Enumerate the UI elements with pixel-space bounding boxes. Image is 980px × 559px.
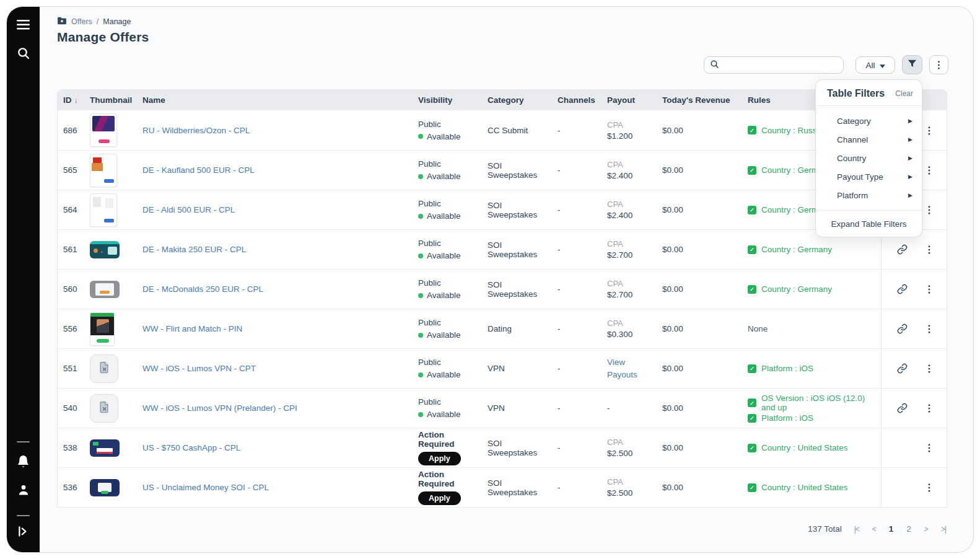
last-page-icon[interactable]: >| — [941, 525, 946, 534]
offer-name-link[interactable]: WW - iOS - Lumos VPN (Prelander) - CPI — [142, 403, 297, 413]
search-icon — [710, 59, 719, 71]
offer-name-link[interactable]: DE - Makita 250 EUR - CPL — [142, 245, 246, 254]
rule-item: ✓Country : United States — [748, 443, 876, 452]
left-sidebar — [7, 7, 40, 552]
rule-checkbox-icon[interactable]: ✓ — [748, 444, 756, 452]
column-header-channels[interactable]: Channels — [558, 95, 607, 105]
offer-id: 565 — [58, 165, 90, 175]
thumbnail-cell — [90, 312, 142, 346]
filter-item-category[interactable]: Category▶ — [816, 112, 922, 130]
row-menu-icon[interactable]: ⋮ — [924, 363, 934, 374]
row-menu-icon[interactable]: ⋮ — [924, 283, 934, 295]
column-header-category[interactable]: Category — [488, 95, 558, 105]
revenue-cell: $0.00 — [662, 443, 748, 452]
rule-checkbox-icon[interactable]: ✓ — [748, 483, 756, 492]
row-menu-icon[interactable]: ⋮ — [924, 204, 934, 216]
next-page-icon[interactable]: > — [924, 525, 928, 534]
table-header-row: ID↓ThumbnailNameVisibilityCategoryChanne… — [58, 90, 947, 110]
visibility-cell: PublicAvailable — [418, 397, 488, 419]
copy-link-icon[interactable] — [896, 284, 908, 295]
rule-checkbox-icon[interactable]: ✓ — [748, 206, 756, 214]
expand-sidebar-icon[interactable] — [7, 525, 40, 538]
filter-item-payout-type[interactable]: Payout Type▶ — [816, 167, 922, 186]
search-bar[interactable] — [704, 56, 844, 74]
offer-name-link[interactable]: RU - Wildberries/Ozon - CPL — [142, 126, 250, 135]
rule-checkbox-icon[interactable]: ✓ — [748, 414, 756, 423]
apply-button[interactable]: Apply — [418, 491, 461, 505]
copy-link-icon[interactable] — [896, 363, 908, 374]
search-input[interactable] — [723, 61, 838, 70]
offer-name-link[interactable]: DE - McDonalds 250 EUR - CPL — [142, 284, 263, 294]
row-actions-cell: ⋮ — [881, 309, 948, 348]
row-menu-icon[interactable]: ⋮ — [924, 164, 934, 176]
row-menu-icon[interactable]: ⋮ — [924, 125, 934, 136]
rule-checkbox-icon[interactable]: ✓ — [748, 126, 756, 134]
apply-button[interactable]: Apply — [418, 452, 461, 465]
rule-checkbox-icon[interactable]: ✓ — [748, 398, 756, 407]
name-cell: DE - Makita 250 EUR - CPL — [142, 245, 418, 254]
table-more-options-button[interactable]: ⋮ — [929, 55, 948, 74]
row-menu-icon[interactable]: ⋮ — [924, 442, 934, 454]
offer-id: 686 — [58, 126, 90, 135]
filter-item-platform[interactable]: Platform▶ — [816, 186, 922, 205]
rule-checkbox-icon[interactable]: ✓ — [748, 166, 756, 175]
main-content: Offers / Manage Manage Offers All ⋮ ID↓T — [40, 7, 973, 552]
column-header-today-s-revenue[interactable]: Today's Revenue — [662, 95, 748, 105]
visibility-label: Public — [418, 120, 483, 129]
view-payouts-link[interactable]: View Payouts — [607, 358, 637, 379]
availability-label: Available — [427, 291, 461, 300]
expand-table-filters-button[interactable]: Expand Table Filters — [816, 211, 922, 237]
rule-checkbox-icon[interactable]: ✓ — [748, 364, 756, 373]
channels-cell: - — [558, 324, 607, 333]
filters-clear-button[interactable]: Clear — [895, 89, 913, 98]
column-header-name[interactable]: Name — [142, 95, 418, 105]
rule-label: Country : Germany — [761, 245, 832, 254]
previous-page-icon[interactable]: < — [872, 525, 876, 534]
table-row: 564DE - Aldi 500 EUR - CPLPublicAvailabl… — [58, 190, 947, 229]
thumbnail-cell — [90, 479, 142, 496]
offer-name-link[interactable]: DE - Aldi 500 EUR - CPL — [142, 205, 235, 214]
column-header-payout[interactable]: Payout — [607, 95, 662, 105]
copy-link-icon[interactable] — [896, 244, 908, 255]
sort-descending-icon[interactable]: ↓ — [74, 95, 79, 105]
row-menu-icon[interactable]: ⋮ — [924, 402, 934, 414]
breadcrumb: Offers / Manage — [57, 17, 131, 27]
page-button-1[interactable]: 1 — [889, 524, 894, 534]
visibility-cell: PublicAvailable — [418, 159, 488, 181]
offer-name-link[interactable]: US - $750 CashApp - CPL — [142, 443, 240, 452]
page-button-2[interactable]: 2 — [906, 524, 911, 534]
notifications-bell-icon[interactable] — [7, 455, 40, 469]
offer-name-link[interactable]: US - Unclaimed Money SOI - CPL — [142, 483, 269, 492]
payout-cell: - — [607, 403, 662, 413]
row-menu-icon[interactable]: ⋮ — [924, 244, 934, 255]
revenue-cell: $0.00 — [662, 483, 748, 492]
copy-link-icon[interactable] — [896, 403, 908, 414]
menu-icon[interactable] — [7, 20, 40, 30]
visibility-cell: PublicAvailable — [418, 199, 488, 221]
offer-name-link[interactable]: DE - Kaufland 500 EUR - CPL — [142, 165, 255, 175]
rule-checkbox-icon[interactable]: ✓ — [748, 285, 756, 294]
breadcrumb-offers[interactable]: Offers — [71, 17, 92, 26]
first-page-icon[interactable]: |< — [854, 525, 859, 534]
table-row: 561DE - Makita 250 EUR - CPLPublicAvaila… — [58, 229, 947, 269]
search-icon[interactable] — [7, 46, 40, 60]
column-header-thumbnail[interactable]: Thumbnail — [90, 95, 142, 105]
filter-item-channel[interactable]: Channel▶ — [816, 130, 922, 149]
copy-link-icon[interactable] — [896, 324, 908, 335]
offer-name-link[interactable]: WW - iOS - Lumos VPN - CPT — [142, 364, 256, 373]
column-header-visibility[interactable]: Visibility — [418, 95, 488, 105]
row-menu-icon[interactable]: ⋮ — [924, 323, 934, 335]
channels-cell: - — [558, 245, 607, 254]
column-header-id[interactable]: ID↓ — [58, 95, 90, 105]
row-actions: ⋮ — [882, 468, 948, 507]
filter-item-country[interactable]: Country▶ — [816, 149, 922, 167]
name-cell: WW - Flirt and Match - PIN — [142, 324, 418, 333]
rule-checkbox-icon[interactable]: ✓ — [748, 245, 756, 254]
revenue-cell: $0.00 — [662, 245, 748, 254]
scope-dropdown[interactable]: All — [855, 56, 895, 74]
table-filters-button[interactable] — [902, 55, 922, 74]
user-profile-icon[interactable] — [7, 484, 40, 496]
row-menu-icon[interactable]: ⋮ — [924, 482, 934, 493]
breadcrumb-manage[interactable]: Manage — [103, 17, 131, 26]
offer-name-link[interactable]: WW - Flirt and Match - PIN — [142, 324, 242, 333]
